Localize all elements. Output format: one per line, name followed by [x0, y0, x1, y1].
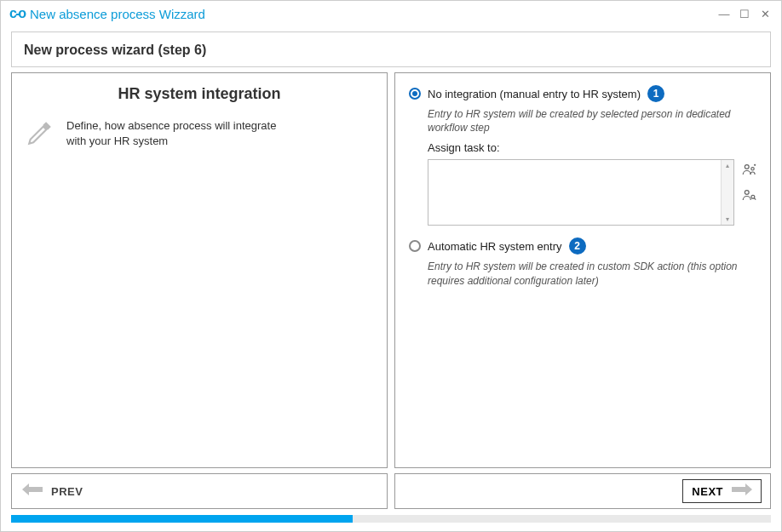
- footer: PREV NEXT: [11, 473, 771, 509]
- radio-no-integration[interactable]: [409, 88, 421, 100]
- search-user-icon[interactable]: [741, 188, 756, 205]
- minimize-icon[interactable]: —: [716, 8, 732, 20]
- wizard-step-title: New process wizard (step 6): [24, 43, 758, 58]
- option-no-integration-hint: Entry to HR system will be created by se…: [428, 107, 756, 134]
- add-user-icon[interactable]: [741, 163, 756, 180]
- next-button[interactable]: NEXT: [682, 479, 762, 503]
- close-icon[interactable]: ✕: [757, 8, 773, 20]
- option-automatic[interactable]: Automatic HR system entry 2: [409, 237, 756, 255]
- footer-right: NEXT: [394, 473, 771, 509]
- titlebar: c-o New absence process Wizzard — ☐ ✕: [1, 1, 781, 26]
- app-logo-icon: c-o: [9, 6, 25, 21]
- svg-point-2: [745, 191, 749, 195]
- option-no-integration-label: No integration (manual entry to HR syste…: [428, 88, 641, 100]
- assign-task-input[interactable]: ▴ ▾: [428, 159, 734, 226]
- option-no-integration[interactable]: No integration (manual entry to HR syste…: [409, 85, 756, 102]
- maximize-icon[interactable]: ☐: [737, 8, 752, 20]
- svg-point-1: [751, 168, 754, 170]
- info-description: Define, how absence process will integra…: [66, 118, 288, 148]
- scroll-down-icon[interactable]: ▾: [726, 215, 729, 223]
- info-panel: HR system integration Define, how absenc…: [11, 72, 388, 468]
- window-title: New absence process Wizzard: [30, 7, 205, 21]
- content-area: HR system integration Define, how absenc…: [11, 72, 771, 468]
- progress-fill: [11, 515, 353, 523]
- badge-1: 1: [647, 85, 664, 102]
- header-panel: New process wizard (step 6): [11, 31, 771, 67]
- scroll-up-icon[interactable]: ▴: [726, 162, 729, 169]
- assign-scrollbar[interactable]: ▴ ▾: [721, 160, 733, 225]
- option-automatic-label: Automatic HR system entry: [428, 240, 562, 253]
- assign-task-value: [428, 160, 721, 225]
- prev-button[interactable]: PREV: [20, 480, 84, 502]
- assign-task-label: Assign task to:: [428, 141, 756, 154]
- footer-left: PREV: [11, 473, 388, 509]
- pencil-icon: [26, 118, 55, 151]
- arrow-right-icon: [732, 483, 752, 499]
- arrow-left-icon: [22, 483, 43, 499]
- options-panel: No integration (manual entry to HR syste…: [394, 72, 771, 468]
- svg-point-3: [751, 196, 755, 199]
- prev-label: PREV: [51, 485, 83, 498]
- radio-automatic[interactable]: [409, 240, 421, 252]
- option-automatic-hint: Entry to HR system will be created in cu…: [428, 260, 756, 287]
- wizard-window: c-o New absence process Wizzard — ☐ ✕ Ne…: [0, 0, 782, 532]
- next-label: NEXT: [692, 485, 723, 498]
- svg-point-0: [745, 165, 749, 169]
- info-title: HR system integration: [26, 85, 373, 103]
- progress-bar: [11, 515, 771, 523]
- badge-2: 2: [569, 237, 586, 255]
